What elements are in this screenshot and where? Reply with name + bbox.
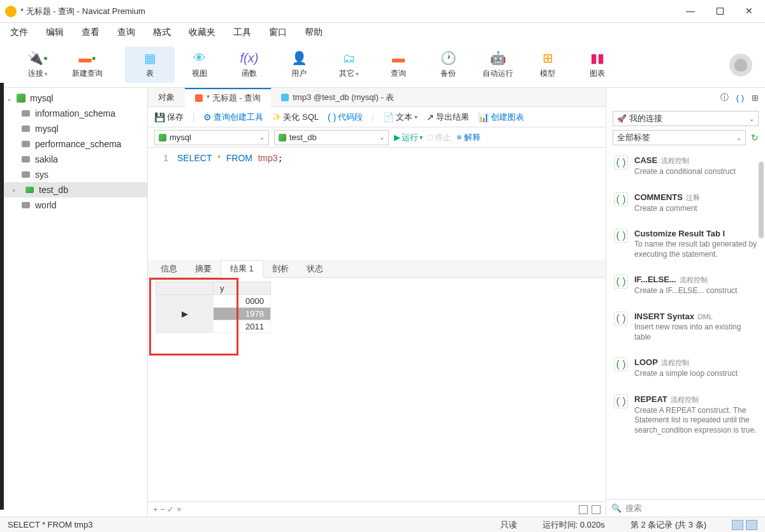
menu-window[interactable]: 窗口: [269, 27, 287, 38]
connection-row: mysql⌄ test_db⌄ ▶ 运行 ▾ □ 停止 ≡ 解释: [148, 127, 606, 148]
grid-icon[interactable]: ⊞: [752, 93, 759, 103]
right-panel-icons: ⓘ ( ) ⊞: [606, 88, 765, 107]
snippet-button[interactable]: ( )代码段: [328, 111, 363, 123]
explain-button[interactable]: ≡ 解释: [456, 132, 480, 143]
tool-other[interactable]: 🗂其它▾: [324, 47, 374, 83]
tool-function[interactable]: f(x)函数: [224, 47, 274, 83]
run-button[interactable]: ▶ 运行 ▾: [394, 132, 423, 143]
menu-view[interactable]: 查看: [82, 27, 99, 38]
result-footer: + − ✓ ×: [148, 501, 606, 517]
grid-ops[interactable]: + − ✓ ×: [153, 505, 182, 514]
tool-backup[interactable]: 🕐备份: [423, 47, 473, 83]
menu-format[interactable]: 格式: [153, 27, 171, 38]
snippet-icon: ( ): [614, 357, 628, 371]
tree-db-sakila[interactable]: sakila: [0, 152, 147, 167]
export-button[interactable]: ↗导出结果: [426, 111, 469, 123]
tree-db-mysql[interactable]: mysql: [0, 121, 147, 136]
close-button[interactable]: ✕: [743, 6, 755, 17]
result-tab-result[interactable]: 结果 1: [221, 260, 263, 278]
save-button[interactable]: 💾保存: [154, 111, 184, 123]
status-mode: 只读: [500, 519, 517, 531]
tree-db-information-schema[interactable]: information_schema: [0, 106, 147, 121]
result-tab-info[interactable]: 信息: [152, 261, 186, 277]
snippet-item[interactable]: ( )REPEAT 流程控制Create A REPEAT construct.…: [606, 388, 765, 445]
code-icon[interactable]: ( ): [736, 93, 744, 103]
all-tags-select[interactable]: 全部标签⌄: [613, 130, 746, 145]
snippet-item[interactable]: ( )Customize Result Tab I To name the re…: [606, 222, 765, 268]
tree-db-world[interactable]: world: [0, 198, 147, 213]
tool-connect[interactable]: 🔌●连接▾: [13, 47, 62, 83]
tool-table[interactable]: ▦表: [125, 47, 175, 83]
snippet-icon: ( ): [614, 192, 628, 206]
tab-objects[interactable]: 对象: [148, 88, 185, 107]
minimize-button[interactable]: —: [685, 6, 696, 17]
my-connections-select[interactable]: 🚀 我的连接⌄: [613, 111, 759, 126]
snippet-search[interactable]: 🔍 搜索: [606, 499, 765, 517]
result-tab-summary[interactable]: 摘要: [186, 261, 221, 277]
tab-query[interactable]: * 无标题 - 查询: [185, 88, 271, 107]
tool-user[interactable]: 👤用户: [274, 47, 324, 83]
menu-edit[interactable]: 编辑: [46, 27, 64, 38]
snippet-icon: ( ): [614, 312, 628, 326]
connection-tree: ⌄mysql information_schema mysql performa…: [0, 88, 148, 517]
form-view-icon[interactable]: [592, 505, 601, 514]
main-area: 对象 * 无标题 - 查询 tmp3 @test_db (mysql) - 表 …: [148, 88, 606, 517]
connection-select[interactable]: mysql⌄: [154, 130, 269, 145]
result-tab-profile[interactable]: 剖析: [263, 261, 298, 277]
menu-favorites[interactable]: 收藏夹: [189, 27, 215, 38]
tab-table[interactable]: tmp3 @test_db (mysql) - 表: [271, 88, 404, 107]
tree-db-sys[interactable]: sys: [0, 167, 147, 182]
query-toolbar: 💾保存 | ⚙查询创建工具 ✨美化 SQL ( )代码段 | 📄文本 ▾ ↗导出…: [148, 107, 606, 127]
status-icon-2[interactable]: [746, 520, 757, 530]
result-row-selected[interactable]: ▶1978: [156, 308, 271, 320]
info-icon[interactable]: ⓘ: [720, 92, 729, 103]
tool-model[interactable]: ⊞模型: [523, 47, 572, 83]
snippet-icon: ( ): [614, 275, 628, 289]
status-record: 第 2 条记录 (共 3 条): [630, 519, 706, 531]
snippet-item[interactable]: ( )COMMENTS 注释Create a comment: [606, 186, 765, 223]
create-chart-button[interactable]: 📊创建图表: [478, 111, 524, 123]
sql-editor[interactable]: 1SELECT * FROM tmp3;: [148, 148, 606, 260]
status-icon-1[interactable]: [732, 520, 743, 530]
database-select[interactable]: test_db⌄: [274, 130, 389, 145]
app-icon: [5, 6, 17, 17]
result-row[interactable]: 2011: [156, 320, 271, 333]
query-builder-button[interactable]: ⚙查询创建工具: [203, 111, 263, 123]
status-sql: SELECT * FROM tmp3: [8, 520, 92, 529]
tree-db-test-db[interactable]: ›test_db: [0, 182, 147, 198]
result-tabs: 信息 摘要 结果 1 剖析 状态: [148, 260, 606, 278]
menu-query[interactable]: 查询: [117, 27, 135, 38]
title-bar: * 无标题 - 查询 - Navicat Premium — ✕: [0, 0, 765, 23]
result-table[interactable]: y 0000 ▶1978 2011: [156, 282, 271, 333]
maximize-button[interactable]: [714, 6, 725, 17]
user-avatar[interactable]: [729, 54, 752, 76]
snippet-item[interactable]: ( )CASE 流程控制Create a conditional constru…: [606, 149, 765, 186]
refresh-icon[interactable]: ↻: [751, 133, 759, 143]
text-button[interactable]: 📄文本 ▾: [383, 111, 418, 123]
snippet-item[interactable]: ( )INSERT Syntax DMLInsert new rows into…: [606, 305, 765, 351]
tool-query[interactable]: ▬查询: [374, 47, 423, 83]
tool-autorun[interactable]: 🤖自动运行: [473, 47, 523, 83]
query-icon: [195, 94, 203, 102]
menu-bar: 文件 编辑 查看 查询 格式 收藏夹 工具 窗口 帮助: [0, 23, 765, 42]
tool-chart[interactable]: ▮▮图表: [572, 47, 622, 83]
tree-connection[interactable]: ⌄mysql: [0, 90, 147, 106]
grid-view-icon[interactable]: [579, 505, 588, 514]
result-grid-area: y 0000 ▶1978 2011: [148, 278, 606, 501]
right-panel: ⓘ ( ) ⊞ 🚀 我的连接⌄ 全部标签⌄ ↻ ( )CASE 流程控制Crea…: [606, 88, 765, 517]
menu-file[interactable]: 文件: [10, 27, 28, 38]
scrollbar[interactable]: [759, 162, 764, 238]
menu-tools[interactable]: 工具: [233, 27, 251, 38]
beautify-button[interactable]: ✨美化 SQL: [272, 111, 319, 123]
result-row[interactable]: 0000: [156, 295, 271, 308]
snippet-icon: ( ): [614, 394, 628, 408]
column-header-y[interactable]: y: [214, 282, 271, 295]
snippet-item[interactable]: ( )IF...ELSE... 流程控制Create a IF...ELSE..…: [606, 268, 765, 305]
document-tabs: 对象 * 无标题 - 查询 tmp3 @test_db (mysql) - 表: [148, 88, 606, 107]
snippet-item[interactable]: ( )LOOP 流程控制Create a simple loop constru…: [606, 351, 765, 388]
result-tab-status[interactable]: 状态: [298, 261, 332, 277]
tool-view[interactable]: 👁视图: [175, 47, 224, 83]
tree-db-performance-schema[interactable]: performance_schema: [0, 136, 147, 152]
menu-help[interactable]: 帮助: [305, 27, 323, 38]
tool-new-query[interactable]: ▬●新建查询: [62, 47, 112, 83]
